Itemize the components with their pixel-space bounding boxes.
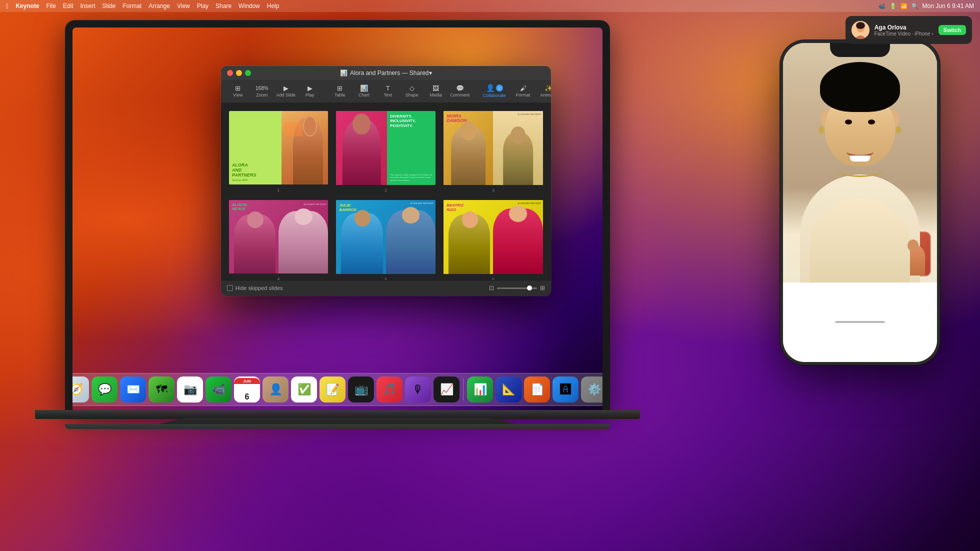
toolbar-format[interactable]: 🖌 Format — [512, 82, 534, 100]
dock-podcasts[interactable]: 🎙 — [405, 376, 431, 402]
dock-contacts[interactable]: 👤 — [262, 376, 288, 402]
dock-keynote[interactable]: 📐 — [496, 376, 522, 402]
iphone-volume-down-button[interactable] — [780, 117, 782, 147]
collaborate-count-badge: 2 — [496, 84, 503, 92]
toolbar-zoom[interactable]: 168% Zoom — [251, 82, 273, 100]
toolbar-collaborate[interactable]: 👤 2 Collaborate — [479, 82, 510, 100]
view-label: View — [233, 92, 242, 98]
hide-skipped-slides[interactable]: Hide skipped slides — [227, 285, 283, 291]
toolbar-shape[interactable]: ◇ Shape — [401, 82, 423, 100]
slide-thumb-6[interactable]: BEATRIZRIZO ALORA AND PARTNERS — [442, 199, 544, 275]
toolbar-chart[interactable]: 📊 Chart — [353, 82, 375, 100]
search-menu-icon[interactable]: 🔍 — [912, 3, 918, 10]
facetime-info: Aga Orlova FaceTime Video · iPhone › — [874, 24, 934, 36]
apple-logo-icon[interactable]:  — [6, 2, 8, 10]
dock-calendar[interactable]: JUN 6 — [234, 376, 260, 402]
iphone-power-button[interactable] — [938, 103, 940, 133]
menu-play[interactable]: Play — [197, 2, 208, 10]
text-label: Text — [384, 92, 392, 98]
iphone-volume-up-button[interactable] — [780, 93, 782, 111]
slide5-person1-head — [354, 210, 370, 226]
dock-notes[interactable]: 📝 — [320, 376, 346, 402]
close-button[interactable] — [227, 70, 233, 76]
slide-design-2: DIVERSITY,INCLUSIVITY,POSITIVITY. The re… — [336, 111, 436, 185]
minimize-button[interactable] — [236, 70, 242, 76]
slide6-person1-head-area — [448, 212, 491, 228]
slide1-title: ALORAANDPARTNERS — [232, 163, 278, 178]
menu-view[interactable]: View — [177, 2, 190, 10]
toolbar: ⊞ View 168% Zoom ▶ Add Slide — [221, 80, 551, 103]
table-icon: ⊞ — [336, 84, 344, 92]
dock-mail[interactable]: ✉️ — [120, 376, 146, 402]
slide6-name: BEATRIZRIZO — [446, 203, 464, 212]
play-label: Play — [306, 92, 314, 98]
toolbar-add-slide[interactable]: ▶ Add Slide — [275, 82, 297, 100]
dock-safari[interactable]: 🧭 — [72, 376, 89, 402]
caller-necklace — [838, 164, 882, 177]
menu-slide[interactable]: Slide — [102, 2, 116, 10]
hide-skipped-label: Hide skipped slides — [236, 285, 283, 291]
caller-teeth — [850, 156, 870, 162]
zoom-value: 168% — [258, 84, 266, 92]
dock-music[interactable]: 🎵 — [376, 376, 402, 402]
menu-bar:  Keynote File Edit Insert Slide Format … — [0, 0, 980, 12]
slide-cell-5: JULIEBARROS ALORA AND PARTNERS — [335, 199, 436, 280]
fullscreen-button[interactable] — [245, 70, 251, 76]
facetime-switch-button[interactable]: Switch — [938, 25, 966, 35]
dock-maps[interactable]: 🗺 — [148, 376, 174, 402]
slide-thumb-4[interactable]: ALISONNEALE ALORA AND PARTNERS — [228, 199, 330, 275]
keynote-window: 📊 Alora and Partners — Shared▾ ⊞ View 16… — [221, 66, 551, 296]
hide-skipped-checkbox[interactable] — [227, 285, 233, 291]
menu-format[interactable]: Format — [122, 2, 142, 10]
dock-appstore[interactable]: 🅰 — [552, 376, 578, 402]
toolbar-view[interactable]: ⊞ View — [227, 82, 249, 100]
slide-thumb-1[interactable]: ALORAANDPARTNERS Summer 2022 — [228, 110, 330, 186]
zoom-in-button[interactable]: ⊞ — [540, 284, 545, 292]
traffic-lights — [227, 70, 251, 76]
slide-thumb-5[interactable]: JULIEBARROS ALORA AND PARTNERS — [335, 199, 436, 275]
slide6-brand: ALORA AND PARTNERS — [518, 202, 541, 204]
dock-appletv[interactable]: 📺 — [348, 376, 374, 402]
slide3-brand: ALORA AND PARTNERS — [518, 113, 541, 116]
iphone-mute-button[interactable] — [780, 83, 782, 96]
menu-edit[interactable]: Edit — [63, 2, 74, 10]
menu-arrange[interactable]: Arrange — [148, 2, 170, 10]
battery-icon: 🔋 — [890, 3, 896, 10]
dock: 🚀 🧭 💬 ✉️ 🗺 📷 📹 JUN 6 👤 ✅ 📝 📺 🎵 🎙 📈 — [72, 373, 602, 406]
menu-share[interactable]: Share — [216, 2, 232, 10]
home-indicator — [835, 321, 885, 323]
dock-stocks[interactable]: 📈 — [434, 376, 460, 402]
slide2-text: The registry is really changing for the … — [390, 174, 432, 182]
dock-reminders[interactable]: ✅ — [291, 376, 317, 402]
menu-help[interactable]: Help — [267, 2, 280, 10]
toolbar-animate[interactable]: ✨ Animate — [536, 82, 550, 100]
toolbar-text[interactable]: T Text — [377, 82, 399, 100]
dock-facetime[interactable]: 📹 — [206, 376, 232, 402]
dock-messages[interactable]: 💬 — [92, 376, 118, 402]
toolbar-media[interactable]: 🖼 Media — [425, 82, 447, 100]
iphone-home-area — [783, 282, 937, 362]
time-display: Mon Jun 6 9:41 AM — [922, 2, 974, 10]
zoom-slider[interactable] — [497, 288, 537, 289]
slide-design-3: MOIRADAWSON ALORA AND PARTNERS — [444, 111, 543, 185]
dock-numbers[interactable]: 📊 — [467, 376, 493, 402]
slide3-person2-head — [510, 126, 526, 144]
svg-point-2 — [856, 22, 865, 29]
dock-systemprefs[interactable]: ⚙️ — [581, 376, 602, 402]
menu-keynote[interactable]: Keynote — [16, 2, 39, 10]
slide-thumb-3[interactable]: MOIRADAWSON ALORA AND PARTNERS — [442, 110, 544, 186]
toolbar-play[interactable]: ▶ Play — [299, 82, 321, 100]
toolbar-table[interactable]: ⊞ Table — [329, 82, 351, 100]
iphone-notch — [830, 43, 890, 57]
toolbar-comment[interactable]: 💬 Comment — [449, 82, 471, 100]
zoom-out-button[interactable]: ⊡ — [489, 284, 494, 292]
view-icon: ⊞ — [234, 84, 242, 92]
menu-window[interactable]: Window — [238, 2, 260, 10]
slide1-glasses-accent — [284, 122, 302, 137]
slide5-person2-head — [402, 207, 420, 224]
menu-file[interactable]: File — [46, 2, 56, 10]
slide-thumb-2[interactable]: DIVERSITY,INCLUSIVITY,POSITIVITY. The re… — [335, 110, 436, 186]
dock-photos[interactable]: 📷 — [177, 376, 203, 402]
dock-pages[interactable]: 📄 — [524, 376, 550, 402]
menu-insert[interactable]: Insert — [80, 2, 96, 10]
